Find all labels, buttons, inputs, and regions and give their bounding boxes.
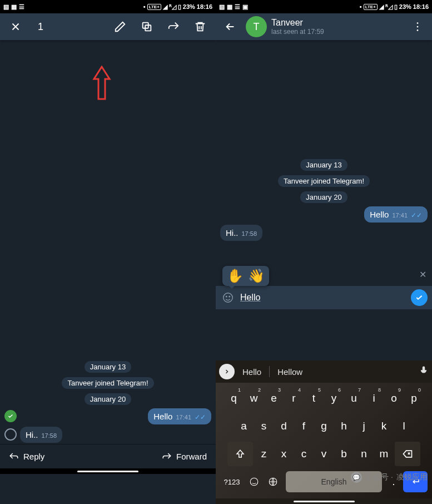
message-incoming[interactable]: Hi.. 17:58 (0, 426, 216, 444)
expand-suggestions-button[interactable] (219, 364, 235, 379)
chat-title-area[interactable]: Tanveer last seen at 17:59 (271, 18, 324, 36)
back-button[interactable] (219, 16, 241, 38)
close-icon (9, 21, 22, 33)
battery-icon: ▯ (394, 3, 398, 11)
emoji-wave-icon[interactable]: 👋 (248, 268, 265, 284)
symbols-key[interactable]: ?123 (220, 470, 244, 494)
forward-action[interactable]: Forward (162, 452, 207, 462)
emoji-suggestions[interactable]: ✋ 👋 (222, 266, 269, 286)
key-i[interactable]: 8i (365, 386, 383, 411)
shift-key[interactable] (227, 442, 253, 466)
edit-message-bar: ✋ 👋 ✕ (216, 286, 432, 309)
key-u[interactable]: 7u (345, 386, 363, 411)
keyboard-row-3: z x c v b n m (217, 442, 431, 466)
key-k[interactable]: k (375, 414, 393, 438)
key-a[interactable]: a (235, 414, 253, 438)
reply-label: Reply (23, 452, 44, 461)
language-button[interactable] (265, 470, 281, 494)
key-e[interactable]: 3e (265, 386, 283, 411)
key-b[interactable]: b (335, 442, 353, 466)
key-l[interactable]: l (395, 414, 413, 438)
trash-icon (194, 21, 206, 33)
key-x[interactable]: x (275, 442, 293, 466)
system-message: Tanveer joined Telegram! (62, 377, 153, 389)
selection-check-icon[interactable] (4, 410, 17, 422)
menu-button[interactable] (406, 16, 429, 38)
dot-icon: • (360, 3, 362, 10)
delete-button[interactable] (189, 16, 211, 38)
key-r[interactable]: 4r (285, 386, 303, 411)
close-selection-button[interactable] (4, 16, 27, 38)
status-time: 18:16 (197, 3, 212, 10)
key-q[interactable]: 1q (225, 386, 243, 411)
key-s[interactable]: s (255, 414, 273, 438)
message-time: 17:41 (392, 212, 408, 219)
key-h[interactable]: h (335, 414, 353, 438)
edit-button[interactable] (109, 16, 131, 38)
key-j[interactable]: j (355, 414, 373, 438)
emoji-keyboard-button[interactable] (246, 470, 262, 494)
message-text: Hello (153, 412, 172, 421)
shift-icon (235, 449, 245, 459)
key-f[interactable]: f (295, 414, 313, 438)
suggestion-item[interactable]: Hello (237, 367, 267, 377)
copy-button[interactable] (136, 16, 158, 38)
emoji-picker-button[interactable] (220, 290, 236, 305)
backspace-key[interactable] (395, 442, 420, 466)
message-bubble: Hi.. 17:58 (220, 225, 262, 241)
emoji-hand-icon[interactable]: ✋ (227, 268, 244, 284)
date-separator: January 13 (300, 159, 347, 171)
app-icon-3: ☰ (19, 3, 24, 11)
more-vertical-icon (411, 21, 424, 33)
reply-action[interactable]: Reply (9, 452, 44, 462)
key-n[interactable]: n (355, 442, 373, 466)
battery-pct: 23% (399, 3, 411, 10)
last-seen: last seen at 17:59 (271, 28, 324, 36)
message-bubble: Hello 17:41 ✓✓ (364, 206, 428, 223)
close-suggestions-button[interactable]: ✕ (419, 269, 426, 280)
key-m[interactable]: m (375, 442, 393, 466)
date-separator: January 20 (300, 191, 347, 203)
key-t[interactable]: 5t (305, 386, 323, 411)
divider (269, 366, 270, 377)
forward-button[interactable] (162, 16, 185, 38)
mic-button[interactable] (419, 365, 429, 378)
message-text: Hi.. (26, 430, 38, 439)
message-text: Hi.. (226, 228, 239, 238)
read-ticks-icon: ✓✓ (195, 413, 206, 421)
selection-check-empty-icon[interactable] (4, 428, 17, 441)
key-w[interactable]: 2w (245, 386, 263, 411)
screenshot-right: ▧ ▦ ☰ ▣ • LTE+ ◢ ᴿ◿ ▯ 23% 18:16 T Tanvee… (216, 0, 432, 504)
key-d[interactable]: d (275, 414, 293, 438)
message-input[interactable] (240, 293, 406, 303)
key-v[interactable]: v (315, 442, 333, 466)
globe-icon (268, 477, 278, 487)
key-g[interactable]: g (315, 414, 333, 438)
signal-icon: ◢ (379, 3, 384, 11)
nav-bar (216, 498, 432, 504)
microphone-icon (419, 365, 429, 375)
message-incoming[interactable]: Hi.. 17:58 (216, 224, 432, 242)
app-icon-3: ☰ (235, 3, 240, 11)
confirm-edit-button[interactable] (411, 289, 428, 306)
suggestion-item[interactable]: Hellow (272, 367, 308, 377)
message-outgoing[interactable]: Hello 17:41 ✓✓ (216, 205, 432, 224)
key-o[interactable]: 9o (385, 386, 403, 411)
avatar[interactable]: T (246, 16, 267, 37)
arrow-left-icon (224, 21, 236, 33)
date-separator: January 20 (85, 393, 131, 405)
key-z[interactable]: z (255, 442, 273, 466)
bottom-action-bar: Reply Forward (0, 444, 216, 468)
smile-icon (222, 291, 234, 304)
key-p[interactable]: 0p (405, 386, 423, 411)
read-ticks-icon: ✓✓ (411, 211, 422, 219)
key-y[interactable]: 6y (325, 386, 343, 411)
pencil-icon (114, 21, 126, 33)
message-outgoing[interactable]: Hello 17:41 ✓✓ (0, 407, 216, 426)
suggestion-row: Hello Hellow (216, 360, 432, 383)
image-icon: ▣ (242, 3, 248, 11)
svg-point-6 (226, 296, 227, 297)
status-bar: ▧ ▦ ☰ • LTE+ ◢ ᴿ◿ ▯ 23% 18:16 (0, 0, 216, 13)
key-c[interactable]: c (295, 442, 313, 466)
lte-badge: LTE+ (364, 4, 378, 10)
